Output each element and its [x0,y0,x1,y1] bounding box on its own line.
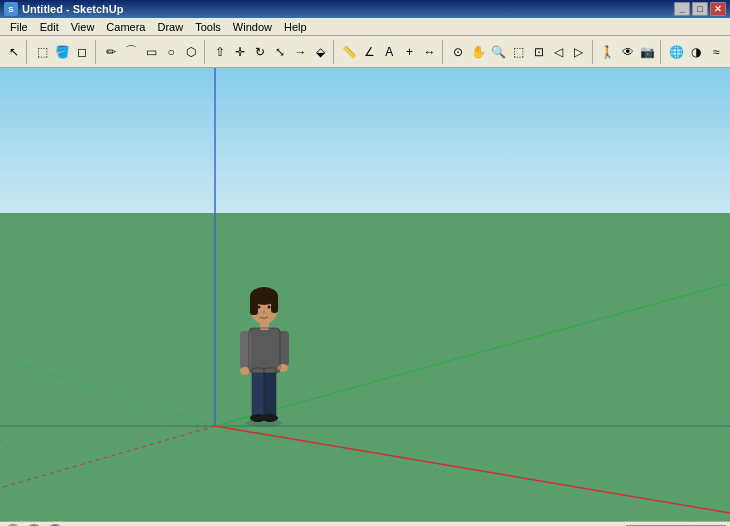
arc-tool[interactable]: ⌒ [121,40,140,64]
menu-bar: File Edit View Camera Draw Tools Window … [0,18,730,36]
zoom-tool[interactable]: 🔍 [489,40,508,64]
separator-4 [333,40,336,64]
push-pull-tool[interactable]: ⇧ [210,40,229,64]
separator-3 [204,40,207,64]
menu-draw[interactable]: Draw [151,20,189,34]
svg-line-5 [0,426,215,488]
orbit-tool[interactable]: ⊙ [449,40,468,64]
menu-camera[interactable]: Camera [100,20,151,34]
window-title: Untitled - SketchUp [22,3,123,15]
zoom-window-tool[interactable]: ⬚ [509,40,528,64]
toolbar: ↖ ⬚ 🪣 ◻ ✏ ⌒ ▭ ○ ⬡ ⇧ ✛ ↻ ⤡ → ⬙ 📏 ∠ A + ↔ … [0,36,730,68]
menu-view[interactable]: View [65,20,101,34]
walk-tool[interactable]: 🚶 [598,40,617,64]
position-camera-tool[interactable]: 📷 [638,40,657,64]
scale-tool[interactable]: ⤡ [271,40,290,64]
svg-point-28 [268,306,271,309]
menu-tools[interactable]: Tools [189,20,227,34]
text-tool[interactable]: A [380,40,399,64]
select-tool[interactable]: ↖ [4,40,23,64]
svg-line-11 [215,426,730,521]
svg-rect-25 [250,295,258,315]
offset-tool[interactable]: ⬙ [311,40,330,64]
eraser-tool[interactable]: ◻ [73,40,92,64]
svg-rect-14 [264,368,276,418]
move-tool[interactable]: ✛ [230,40,249,64]
fog-tool[interactable]: ≈ [707,40,726,64]
menu-edit[interactable]: Edit [34,20,65,34]
separator-6 [592,40,595,64]
status-bar: i ◉ ? Select objects. Shift to extend se… [0,521,730,526]
maximize-button[interactable]: □ [692,2,708,16]
menu-file[interactable]: File [4,20,34,34]
make-component-tool[interactable]: ⬚ [32,40,51,64]
menu-window[interactable]: Window [227,20,278,34]
next-view-tool[interactable]: ▷ [569,40,588,64]
separator-1 [26,40,29,64]
dimension-tool[interactable]: ↔ [420,40,439,64]
title-bar-buttons: _ □ ✕ [674,2,726,16]
canvas-area[interactable] [0,68,730,521]
close-button[interactable]: ✕ [710,2,726,16]
scene-svg [0,68,730,521]
svg-line-3 [215,426,730,513]
separator-2 [95,40,98,64]
svg-line-4 [0,358,215,426]
rectangle-tool[interactable]: ▭ [142,40,161,64]
add-location-tool[interactable]: 🌐 [667,40,686,64]
zoom-extents-tool[interactable]: ⊡ [529,40,548,64]
shadow-tool[interactable]: ◑ [687,40,706,64]
look-around-tool[interactable]: 👁 [618,40,637,64]
svg-point-27 [258,306,261,309]
paint-bucket-tool[interactable]: 🪣 [53,40,72,64]
circle-tool[interactable]: ○ [162,40,181,64]
protractor-tool[interactable]: ∠ [360,40,379,64]
axes-tool[interactable]: + [400,40,419,64]
previous-view-tool[interactable]: ◁ [549,40,568,64]
svg-rect-17 [249,328,280,373]
svg-line-8 [0,426,215,518]
pencil-tool[interactable]: ✏ [101,40,120,64]
person-figure [232,263,297,428]
tape-measure-tool[interactable]: 📏 [339,40,358,64]
svg-line-6 [0,408,215,426]
separator-7 [660,40,663,64]
separator-5 [442,40,445,64]
svg-line-7 [0,426,215,448]
menu-help[interactable]: Help [278,20,313,34]
svg-point-29 [263,311,265,314]
title-bar-left: S Untitled - SketchUp [4,2,123,16]
follow-me-tool[interactable]: → [291,40,310,64]
pan-tool[interactable]: ✋ [469,40,488,64]
svg-rect-26 [271,295,278,313]
title-bar: S Untitled - SketchUp _ □ ✕ [0,0,730,18]
svg-point-19 [240,367,250,375]
app-icon: S [4,2,18,16]
polygon-tool[interactable]: ⬡ [182,40,201,64]
rotate-tool[interactable]: ↻ [251,40,270,64]
minimize-button[interactable]: _ [674,2,690,16]
svg-rect-13 [252,368,264,418]
